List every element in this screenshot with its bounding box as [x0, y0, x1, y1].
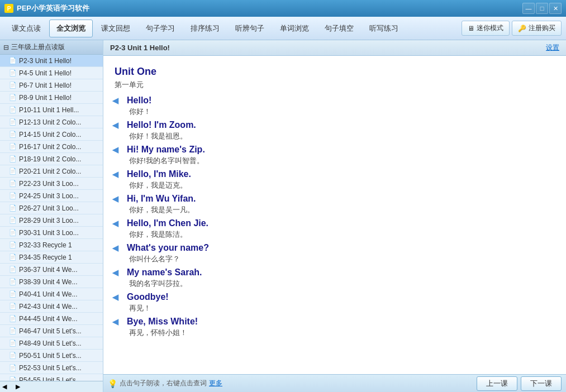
scroll-left-icon[interactable]: ◀ [2, 383, 7, 390]
close-button[interactable]: ✕ [549, 3, 562, 14]
lesson-english-7[interactable]: ◀ My name's Sarah. [112, 267, 555, 278]
english-text-5: Hello, I'm Chen Jie. [127, 218, 208, 228]
lesson-chinese-6: 你叫什么名字？ [112, 254, 555, 264]
main-layout: ⊟ 三年级上册点读版 📄 P2-3 Unit 1 Hello! 📄 P4-5 U… [0, 40, 566, 392]
minimize-button[interactable]: — [522, 3, 535, 14]
sidebar-item-25[interactable]: 📄 P52-53 Unit 5 Let's... [0, 362, 103, 374]
tab-sentence-study[interactable]: 句子学习 [139, 20, 182, 37]
english-text-7: My name's Sarah. [127, 267, 202, 278]
hint-more-link[interactable]: 更多 [209, 379, 222, 388]
play-icon-5[interactable]: ◀ [112, 219, 122, 228]
lesson-english-8[interactable]: ◀ Goodbye! [112, 292, 555, 302]
tab-recall[interactable]: 课文回想 [94, 20, 137, 37]
sidebar-item-2[interactable]: 📄 P6-7 Unit 1 Hello! [0, 79, 103, 92]
title-bar: P PEP小学英语学习软件 — □ ✕ [0, 0, 566, 17]
play-icon-4[interactable]: ◀ [112, 194, 122, 203]
sidebar-item-label-2: P6-7 Unit 1 Hello! [19, 82, 72, 89]
sidebar-item-13[interactable]: 📄 P28-29 Unit 3 Loo... [0, 214, 103, 227]
page-icon-2: 📄 [9, 82, 17, 89]
sidebar-item-9[interactable]: 📄 P20-21 Unit 2 Colo... [0, 165, 103, 178]
maximize-button[interactable]: □ [536, 3, 548, 14]
sidebar-item-14[interactable]: 📄 P30-31 Unit 3 Loo... [0, 227, 103, 239]
sidebar-item-22[interactable]: 📄 P46-47 Unit 5 Let's... [0, 325, 103, 337]
sidebar-item-17[interactable]: 📄 P36-37 Unit 4 We... [0, 264, 103, 276]
settings-link[interactable]: 设置 [546, 43, 559, 52]
lesson-entry-4: ◀ Hi, I'm Wu Yifan. 你好，我是吴一凡。 [112, 194, 555, 215]
content-scroll[interactable]: Unit One 第一单元 ◀ Hello! 你好！ ◀ Hello! I'm … [103, 56, 566, 374]
tab-browse[interactable]: 全文浏览 [49, 20, 93, 37]
lesson-english-3[interactable]: ◀ Hello, I'm Mike. [112, 169, 555, 179]
page-icon-9: 📄 [9, 168, 17, 175]
sidebar-item-21[interactable]: 📄 P44-45 Unit 4 We... [0, 313, 103, 325]
play-icon-0[interactable]: ◀ [112, 96, 122, 105]
play-icon-1[interactable]: ◀ [112, 121, 122, 130]
tab-fill[interactable]: 句子填空 [317, 20, 361, 37]
toolbar-right: 🖥 迷你模式 🔑 注册购买 [462, 21, 562, 36]
tab-words[interactable]: 单词浏览 [273, 20, 316, 37]
sidebar-item-26[interactable]: 📄 P54-55 Unit 5 Let's... [0, 374, 103, 381]
sidebar-item-label-8: P18-19 Unit 2 Colo... [19, 155, 81, 163]
sidebar-item-15[interactable]: 📄 P32-33 Recycle 1 [0, 239, 103, 251]
page-icon-10: 📄 [9, 180, 17, 187]
lesson-english-1[interactable]: ◀ Hello! I'm Zoom. [112, 120, 555, 130]
mini-mode-button[interactable]: 🖥 迷你模式 [462, 21, 510, 36]
play-icon-9[interactable]: ◀ [112, 317, 122, 326]
sidebar-item-label-3: P8-9 Unit 1 Hello! [19, 94, 72, 102]
page-icon-17: 📄 [9, 266, 17, 273]
window-controls: — □ ✕ [522, 3, 562, 14]
sidebar-item-8[interactable]: 📄 P18-19 Unit 2 Colo... [0, 153, 103, 165]
sidebar-item-20[interactable]: 📄 P42-43 Unit 4 We... [0, 300, 103, 313]
sidebar-list[interactable]: 📄 P2-3 Unit 1 Hello! 📄 P4-5 Unit 1 Hello… [0, 55, 103, 381]
register-button[interactable]: 🔑 注册购买 [512, 21, 562, 36]
tab-sort[interactable]: 排序练习 [183, 20, 227, 37]
lesson-english-4[interactable]: ◀ Hi, I'm Wu Yifan. [112, 194, 555, 204]
sidebar-item-label-26: P54-55 Unit 5 Let's... [19, 376, 82, 381]
content-area: P2-3 Unit 1 Hello! 设置 Unit One 第一单元 ◀ He… [103, 40, 566, 392]
sidebar-item-1[interactable]: 📄 P4-5 Unit 1 Hello! [0, 67, 103, 79]
page-icon-3: 📄 [9, 94, 17, 101]
play-icon-2[interactable]: ◀ [112, 145, 122, 154]
sidebar-item-label-15: P32-33 Recycle 1 [19, 241, 72, 249]
sidebar-item-4[interactable]: 📄 P10-11 Unit 1 Hell... [0, 104, 103, 116]
sidebar-item-3[interactable]: 📄 P8-9 Unit 1 Hello! [0, 92, 103, 104]
next-lesson-button[interactable]: 下一课 [521, 376, 562, 391]
lesson-entry-0: ◀ Hello! 你好！ [112, 95, 555, 117]
play-icon-6[interactable]: ◀ [112, 243, 122, 252]
sidebar-item-12[interactable]: 📄 P26-27 Unit 3 Loo... [0, 202, 103, 214]
sidebar-item-18[interactable]: 📄 P38-39 Unit 4 We... [0, 276, 103, 288]
sidebar-item-19[interactable]: 📄 P40-41 Unit 4 We... [0, 288, 103, 300]
lesson-english-2[interactable]: ◀ Hi! My name's Zip. [112, 145, 555, 155]
play-icon-3[interactable]: ◀ [112, 170, 122, 179]
play-icon-8[interactable]: ◀ [112, 293, 122, 302]
english-text-3: Hello, I'm Mike. [127, 169, 191, 179]
lesson-english-9[interactable]: ◀ Bye, Miss White! [112, 317, 555, 327]
lesson-english-6[interactable]: ◀ What's your name? [112, 243, 555, 253]
sidebar-item-5[interactable]: 📄 P12-13 Unit 2 Colo... [0, 116, 103, 128]
sidebar: ⊟ 三年级上册点读版 📄 P2-3 Unit 1 Hello! 📄 P4-5 U… [0, 40, 103, 392]
tab-dictation2[interactable]: 听写练习 [362, 20, 406, 37]
sidebar-item-0[interactable]: 📄 P2-3 Unit 1 Hello! [0, 55, 103, 67]
page-icon-0: 📄 [9, 57, 17, 64]
lesson-english-5[interactable]: ◀ Hello, I'm Chen Jie. [112, 218, 555, 228]
lesson-chinese-2: 你好!我的名字叫智普。 [112, 156, 555, 166]
lesson-entry-9: ◀ Bye, Miss White! 再见，怀特小姐！ [112, 317, 555, 338]
sidebar-item-23[interactable]: 📄 P48-49 Unit 5 Let's... [0, 337, 103, 350]
page-icon-1: 📄 [9, 69, 17, 77]
sidebar-item-6[interactable]: 📄 P14-15 Unit 2 Colo... [0, 128, 103, 141]
sidebar-item-16[interactable]: 📄 P34-35 Recycle 1 [0, 251, 103, 264]
page-icon-14: 📄 [9, 229, 17, 236]
sidebar-item-label-7: P16-17 Unit 2 Colo... [19, 143, 81, 151]
play-icon-7[interactable]: ◀ [112, 268, 122, 277]
sidebar-item-7[interactable]: 📄 P16-17 Unit 2 Colo... [0, 141, 103, 153]
sidebar-item-10[interactable]: 📄 P22-23 Unit 3 Loo... [0, 178, 103, 190]
page-icon-24: 📄 [9, 352, 17, 359]
tab-dictation[interactable]: 课文点读 [4, 20, 48, 37]
sidebar-item-24[interactable]: 📄 P50-51 Unit 5 Let's... [0, 350, 103, 362]
sidebar-item-label-24: P50-51 Unit 5 Let's... [19, 352, 82, 360]
prev-lesson-button[interactable]: 上一课 [477, 376, 517, 391]
lesson-english-0[interactable]: ◀ Hello! [112, 95, 555, 106]
lesson-chinese-1: 你好！我是祖恩。 [112, 131, 555, 141]
sidebar-item-11[interactable]: 📄 P24-25 Unit 3 Loo... [0, 190, 103, 202]
scroll-right-icon[interactable]: ▶ [16, 383, 20, 390]
tab-listen[interactable]: 听辨句子 [228, 20, 272, 37]
